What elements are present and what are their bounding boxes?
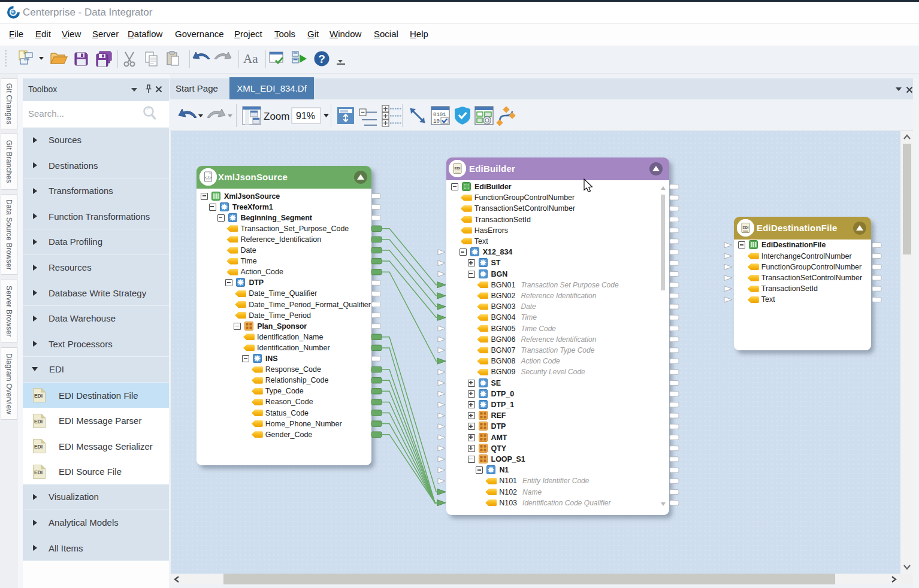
svg-text:91%: 91% — [296, 111, 315, 121]
svg-text:?: ? — [318, 53, 325, 65]
svg-text:Aa: Aa — [243, 51, 258, 66]
svg-text:10: 10 — [433, 119, 440, 125]
svg-text:EDI: EDI — [34, 444, 43, 450]
svg-text:EDI: EDI — [34, 418, 43, 424]
svg-text:Zoom: Zoom — [264, 111, 289, 122]
svg-text:EDI: EDI — [34, 393, 43, 399]
svg-text:EDI: EDI — [34, 469, 43, 475]
